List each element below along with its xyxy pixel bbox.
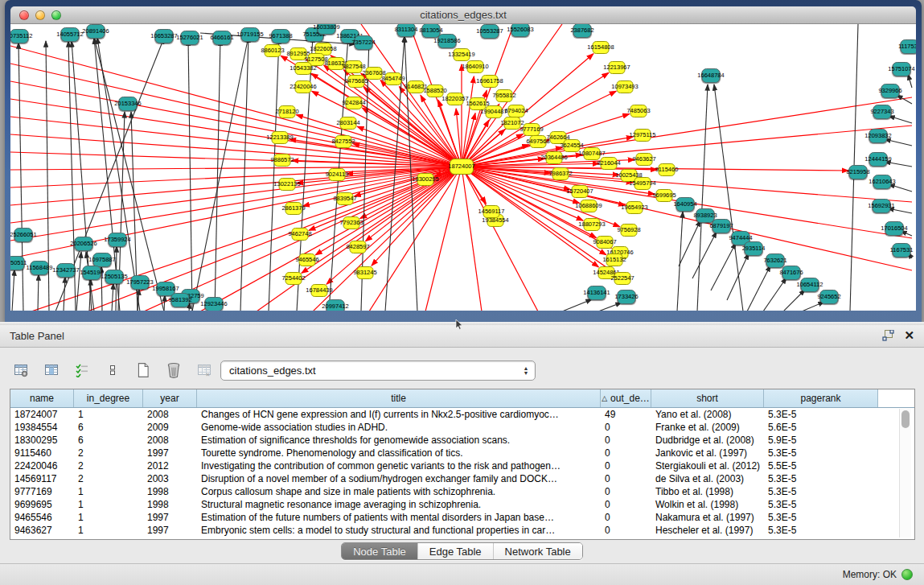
table-cell[interactable]: 0 bbox=[601, 434, 651, 447]
network-node[interactable]: 20891406 bbox=[87, 24, 105, 39]
table-cell[interactable]: Yano et al. (2008) bbox=[651, 408, 764, 421]
table-row[interactable]: 1938455462009Genome-wide association stu… bbox=[10, 421, 914, 434]
table-cell[interactable]: Changes of HCN gene expression and I(f) … bbox=[197, 408, 601, 421]
table-cell[interactable]: 5.3E-5 bbox=[764, 485, 878, 498]
table-cell[interactable]: Tibbo et al. (1998) bbox=[651, 485, 764, 498]
table-cell[interactable]: Hescheler et al. (1997) bbox=[651, 524, 764, 537]
network-node[interactable]: 19904487 bbox=[486, 105, 503, 118]
table-cell[interactable]: 9115460 bbox=[10, 447, 74, 459]
table-cell[interactable]: 18300295 bbox=[10, 434, 74, 447]
table-cell[interactable]: 6 bbox=[74, 421, 143, 434]
column-header-title[interactable]: title bbox=[197, 389, 601, 407]
table-cell[interactable]: 2008 bbox=[143, 408, 197, 421]
network-node[interactable]: 7986372 bbox=[552, 167, 569, 180]
network-node[interactable]: 15495794 bbox=[634, 177, 651, 190]
network-node[interactable]: 1167531 bbox=[893, 243, 911, 257]
network-node[interactable]: 10719155 bbox=[241, 27, 260, 42]
table-cell[interactable]: 1 bbox=[74, 408, 143, 421]
network-node[interactable]: 1821072 bbox=[504, 117, 521, 130]
network-node[interactable]: 1615132 bbox=[606, 253, 623, 266]
network-node[interactable]: 10653287 bbox=[155, 29, 174, 43]
network-node[interactable]: 10543382 bbox=[295, 62, 312, 75]
network-node[interactable]: 8471676 bbox=[782, 266, 801, 280]
network-node[interactable]: 9084067 bbox=[597, 236, 614, 249]
table-cell[interactable]: 0 bbox=[601, 459, 651, 472]
table-cell[interactable]: 2009 bbox=[143, 421, 197, 434]
table-cell[interactable]: 5.3E-5 bbox=[764, 511, 878, 524]
network-node[interactable]: 9245652 bbox=[820, 290, 839, 304]
table-cell[interactable]: 14569117 bbox=[10, 472, 74, 485]
network-node[interactable]: 7254402 bbox=[285, 272, 302, 285]
network-node[interactable]: 14136141 bbox=[588, 286, 606, 300]
network-node[interactable]: 9756928 bbox=[621, 224, 638, 237]
network-node[interactable]: 9024119 bbox=[329, 168, 346, 181]
network-node[interactable]: 12213967 bbox=[609, 61, 626, 74]
table-cell[interactable]: 0 bbox=[601, 485, 651, 498]
network-node[interactable]: 20997412 bbox=[326, 299, 345, 311]
table-cell[interactable]: 9699695 bbox=[10, 498, 74, 511]
network-node[interactable]: 9671388 bbox=[272, 29, 290, 43]
network-node[interactable]: 12342737 bbox=[57, 263, 76, 278]
network-node[interactable]: 1640954 bbox=[676, 197, 695, 212]
network-node[interactable]: 12213389 bbox=[272, 131, 289, 144]
table-scrollbar-thumb[interactable] bbox=[901, 410, 910, 428]
column-header-short[interactable]: short bbox=[651, 389, 764, 407]
table-cell[interactable]: 2 bbox=[74, 459, 143, 472]
table-cell[interactable]: Tourette syndrome. Phenomenology and cla… bbox=[197, 447, 601, 459]
table-cell[interactable]: 1 bbox=[74, 498, 143, 511]
table-cell[interactable]: 2008 bbox=[143, 434, 197, 447]
network-node[interactable]: 2387682 bbox=[573, 24, 592, 38]
network-node[interactable]: 8454749 bbox=[385, 72, 402, 85]
table-cell[interactable]: 1997 bbox=[143, 511, 197, 524]
table-row[interactable]: 1456911722003Disruption of a novel membe… bbox=[10, 472, 914, 485]
network-node[interactable]: 15751074 bbox=[893, 62, 911, 76]
network-node[interactable]: 20364486 bbox=[546, 151, 563, 164]
table-cell[interactable]: Genome-wide association studies in ADHD. bbox=[197, 421, 601, 434]
network-node[interactable]: 16648784 bbox=[702, 68, 721, 83]
network-node[interactable]: 10807487 bbox=[584, 147, 601, 160]
network-node[interactable]: 22420046 bbox=[295, 80, 312, 93]
table-cell[interactable]: 18724007 bbox=[10, 408, 74, 421]
network-node[interactable]: 18807293 bbox=[584, 218, 601, 231]
table-cell[interactable]: 5.3E-5 bbox=[764, 447, 878, 459]
network-node[interactable]: 16210643 bbox=[873, 175, 892, 189]
table-cell[interactable]: 2003 bbox=[143, 472, 197, 485]
network-node[interactable]: 20153346 bbox=[119, 97, 138, 111]
network-node[interactable]: 9462748 bbox=[292, 228, 309, 241]
tab-node-table[interactable]: Node Table bbox=[342, 543, 417, 559]
table-cell[interactable]: 5.3E-5 bbox=[764, 408, 878, 421]
table-cell[interactable]: 9465546 bbox=[10, 511, 74, 524]
network-node[interactable]: 15692931 bbox=[873, 199, 891, 213]
network-node[interactable]: 9115460 bbox=[659, 163, 676, 176]
network-node[interactable]: 6497568 bbox=[530, 135, 547, 148]
network-node[interactable]: 12923446 bbox=[205, 297, 224, 311]
table-row[interactable]: 977716911998Corpus callosum shape and si… bbox=[10, 485, 914, 498]
table-cell[interactable]: 0 bbox=[601, 447, 651, 459]
network-node[interactable]: 7955812 bbox=[496, 89, 513, 102]
table-row[interactable]: 969969511998Structural magnetic resonanc… bbox=[10, 498, 914, 511]
table-row[interactable]: 911546021997Tourette syndrome. Phenomeno… bbox=[10, 447, 914, 459]
network-node[interactable]: 15720407 bbox=[572, 185, 589, 198]
table-cell[interactable]: 0 bbox=[601, 421, 651, 434]
tab-network-table[interactable]: Network Table bbox=[493, 543, 582, 559]
network-node[interactable]: 7632621 bbox=[766, 253, 785, 268]
table-cell[interactable]: 1997 bbox=[143, 447, 197, 459]
network-node[interactable]: 8860123 bbox=[265, 44, 281, 57]
table-cell[interactable]: 5.5E-5 bbox=[764, 459, 878, 472]
table-cell[interactable]: 5.3E-5 bbox=[764, 472, 878, 485]
table-cell[interactable]: 1 bbox=[74, 511, 143, 524]
network-node[interactable]: 9242844 bbox=[346, 97, 363, 109]
network-node[interactable]: 9886572 bbox=[274, 154, 291, 167]
network-node[interactable]: 6794024 bbox=[508, 105, 525, 117]
network-node[interactable]: 7357224 bbox=[355, 35, 373, 50]
network-node[interactable]: 16961758 bbox=[482, 75, 499, 88]
network-node[interactable]: 18640910 bbox=[467, 60, 484, 73]
table-cell[interactable]: 1998 bbox=[143, 498, 197, 511]
network-node[interactable]: 18724007 bbox=[450, 159, 474, 175]
network-node[interactable]: 8215958 bbox=[849, 165, 868, 179]
network-node[interactable]: 9827548 bbox=[346, 60, 363, 73]
network-node[interactable]: 9329966 bbox=[881, 84, 900, 98]
table-cell[interactable]: de Silva et al. (2003) bbox=[651, 472, 764, 485]
table-cell[interactable]: 5.3E-5 bbox=[764, 524, 878, 537]
table-cell[interactable]: 2 bbox=[74, 447, 143, 459]
